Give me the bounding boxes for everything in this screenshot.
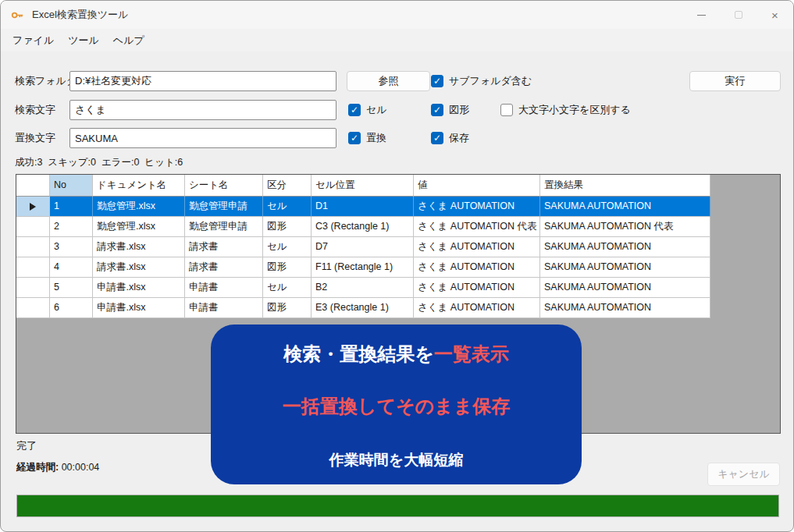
table-row[interactable]: 4請求書.xlsx請求書図形F11 (Rectangle 1)さくま AUTOM… bbox=[16, 257, 780, 278]
table-row[interactable]: 2勤怠管理.xlsx勤怠管理申請図形C3 (Rectangle 1)さくま AU… bbox=[16, 217, 780, 237]
table-cell[interactable]: 4 bbox=[50, 257, 93, 278]
row-selector-header[interactable] bbox=[16, 175, 50, 197]
minimize-button[interactable] bbox=[683, 1, 720, 29]
status-text: 完了 bbox=[16, 439, 37, 453]
case-sensitive-checkbox[interactable]: 大文字小文字を区別する bbox=[500, 100, 631, 120]
shape-checkbox[interactable]: 図形 bbox=[431, 100, 469, 120]
search-folder-input[interactable] bbox=[69, 71, 336, 91]
row-selector[interactable] bbox=[16, 217, 50, 237]
table-cell[interactable]: さくま AUTOMATION 代表 bbox=[414, 217, 540, 237]
row-selector[interactable] bbox=[16, 237, 50, 257]
subfolder-checkbox-box[interactable] bbox=[431, 75, 443, 87]
table-cell[interactable]: 請求書.xlsx bbox=[93, 237, 185, 257]
table-cell[interactable]: 請求書 bbox=[185, 237, 263, 257]
cell-checkbox-box[interactable] bbox=[348, 104, 361, 116]
table-cell[interactable]: 申請書.xlsx bbox=[93, 278, 185, 298]
column-header[interactable]: セル位置 bbox=[312, 175, 414, 197]
table-cell[interactable]: 図形 bbox=[263, 217, 312, 237]
table-row[interactable]: 6申請書.xlsx申請書図形E3 (Rectangle 1)さくま AUTOMA… bbox=[16, 298, 780, 318]
elapsed-label: 経過時間: bbox=[16, 462, 59, 473]
table-row[interactable]: 3請求書.xlsx請求書セルD7さくま AUTOMATIONSAKUMA AUT… bbox=[16, 237, 780, 257]
cell-checkbox-label: セル bbox=[366, 103, 387, 117]
replace-checkbox[interactable]: 置換 bbox=[348, 128, 386, 148]
row-selector[interactable] bbox=[16, 278, 50, 298]
column-header[interactable]: No bbox=[50, 175, 93, 197]
save-checkbox[interactable]: 保存 bbox=[431, 128, 469, 148]
browse-button[interactable]: 参照 bbox=[347, 71, 430, 91]
table-cell[interactable]: SAKUMA AUTOMATION bbox=[540, 298, 710, 318]
table-cell[interactable]: 請求書.xlsx bbox=[93, 257, 185, 278]
table-cell[interactable]: SAKUMA AUTOMATION 代表 bbox=[540, 217, 710, 237]
current-row-arrow-icon bbox=[30, 203, 36, 211]
run-button[interactable]: 実行 bbox=[689, 71, 781, 91]
table-cell[interactable]: さくま AUTOMATION bbox=[414, 237, 540, 257]
case-sensitive-checkbox-box[interactable] bbox=[500, 104, 513, 116]
table-cell[interactable]: 勤怠管理申請 bbox=[185, 217, 263, 237]
table-cell[interactable]: SAKUMA AUTOMATION bbox=[540, 278, 710, 298]
menu-file[interactable]: ファイル bbox=[5, 29, 61, 51]
table-cell[interactable]: C3 (Rectangle 1) bbox=[312, 217, 414, 237]
table-cell[interactable]: E3 (Rectangle 1) bbox=[312, 298, 414, 318]
cell-checkbox[interactable]: セル bbox=[348, 100, 387, 120]
table-cell[interactable]: D1 bbox=[312, 197, 414, 217]
maximize-button[interactable] bbox=[720, 1, 757, 29]
subfolder-checkbox[interactable]: サブフォルダ含む bbox=[431, 71, 532, 91]
table-cell[interactable]: 勤怠管理.xlsx bbox=[93, 217, 185, 237]
column-header[interactable]: 置換結果 bbox=[540, 175, 710, 197]
replace-text-label: 置換文字 bbox=[15, 128, 55, 148]
table-cell[interactable]: 6 bbox=[50, 298, 93, 318]
promo-line-3: 作業時間を大幅短縮 bbox=[211, 450, 582, 470]
column-header[interactable]: シート名 bbox=[185, 175, 263, 197]
replace-checkbox-box[interactable] bbox=[348, 132, 361, 144]
column-header[interactable]: 値 bbox=[414, 175, 540, 197]
table-cell[interactable]: セル bbox=[263, 278, 312, 298]
search-text-label: 検索文字 bbox=[15, 100, 55, 120]
table-cell[interactable]: 3 bbox=[50, 237, 93, 257]
table-cell[interactable]: SAKUMA AUTOMATION bbox=[540, 197, 710, 217]
replace-checkbox-label: 置換 bbox=[366, 131, 386, 145]
table-cell[interactable]: 5 bbox=[50, 278, 93, 298]
search-text-input[interactable] bbox=[69, 100, 336, 120]
table-cell[interactable]: さくま AUTOMATION bbox=[414, 197, 540, 217]
table-cell[interactable]: セル bbox=[263, 237, 312, 257]
row-selector[interactable] bbox=[16, 197, 50, 217]
cancel-button[interactable]: キャンセル bbox=[707, 463, 780, 486]
table-cell[interactable]: F11 (Rectangle 1) bbox=[312, 257, 414, 278]
minimize-icon bbox=[697, 15, 706, 16]
table-cell[interactable]: D7 bbox=[312, 237, 414, 257]
app-key-icon bbox=[11, 9, 24, 22]
table-cell[interactable]: 申請書 bbox=[185, 278, 263, 298]
table-cell[interactable]: 請求書 bbox=[185, 257, 263, 278]
app-window: Excel検索置換ツール × ファイル ツール ヘルプ 検索フォルダ 参照 サブ… bbox=[0, 0, 794, 532]
table-cell[interactable]: 2 bbox=[50, 217, 93, 237]
table-cell[interactable]: 図形 bbox=[263, 257, 312, 278]
promo-overlay: 検索・置換結果を一覧表示 一括置換してそのまま保存 作業時間を大幅短縮 bbox=[211, 325, 582, 484]
menu-tools[interactable]: ツール bbox=[61, 29, 106, 51]
table-row[interactable]: 1勤怠管理.xlsx勤怠管理申請セルD1さくま AUTOMATIONSAKUMA… bbox=[16, 197, 780, 217]
replace-text-input[interactable] bbox=[69, 128, 336, 148]
close-button[interactable]: × bbox=[757, 1, 793, 29]
progress-bar bbox=[16, 495, 779, 517]
column-header[interactable]: ドキュメント名 bbox=[93, 175, 185, 197]
table-cell[interactable]: 1 bbox=[50, 197, 93, 217]
row-selector[interactable] bbox=[16, 257, 50, 278]
table-cell[interactable]: 勤怠管理申請 bbox=[185, 197, 263, 217]
table-cell[interactable]: 申請書.xlsx bbox=[93, 298, 185, 318]
table-cell[interactable]: さくま AUTOMATION bbox=[414, 257, 540, 278]
shape-checkbox-box[interactable] bbox=[431, 104, 443, 116]
table-cell[interactable]: 勤怠管理.xlsx bbox=[93, 197, 185, 217]
table-cell[interactable]: さくま AUTOMATION bbox=[414, 298, 540, 318]
shape-checkbox-label: 図形 bbox=[449, 103, 469, 117]
table-cell[interactable]: SAKUMA AUTOMATION bbox=[540, 237, 710, 257]
table-row[interactable]: 5申請書.xlsx申請書セルB2さくま AUTOMATIONSAKUMA AUT… bbox=[16, 278, 780, 298]
table-cell[interactable]: さくま AUTOMATION bbox=[414, 278, 540, 298]
row-selector[interactable] bbox=[16, 298, 50, 318]
table-cell[interactable]: セル bbox=[263, 197, 312, 217]
table-cell[interactable]: 図形 bbox=[263, 298, 312, 318]
menu-help[interactable]: ヘルプ bbox=[106, 29, 151, 51]
column-header[interactable]: 区分 bbox=[263, 175, 312, 197]
table-cell[interactable]: 申請書 bbox=[185, 298, 263, 318]
table-cell[interactable]: B2 bbox=[312, 278, 414, 298]
table-cell[interactable]: SAKUMA AUTOMATION bbox=[540, 257, 710, 278]
save-checkbox-box[interactable] bbox=[431, 132, 443, 144]
